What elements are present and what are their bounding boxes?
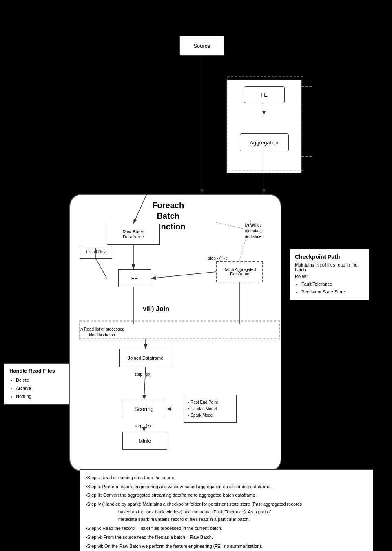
steps-desc-box: •Step i: Read streaming data from the so… bbox=[80, 469, 373, 551]
step-desc-7: •Step vii: On the Raw Batch we perform t… bbox=[86, 542, 367, 550]
checkpoint-title: Checkpoint Path bbox=[295, 253, 364, 260]
joined-box: Joined Dataframe bbox=[119, 349, 172, 367]
raw-batch-label: Raw BatchDataframe bbox=[122, 229, 144, 239]
source-box: Source bbox=[179, 36, 224, 56]
step-iii-label: step - (iii) : bbox=[208, 256, 227, 260]
checkpoint-box: Checkpoint Path Maintains list of files … bbox=[290, 249, 369, 300]
checkpoint-role-1: Fault Tolerance bbox=[301, 280, 364, 288]
model-item1: • Rest End Point bbox=[188, 399, 232, 406]
model-item2: • Pandas Model bbox=[188, 406, 232, 412]
checkpoint-desc: Maintains list of files read in the batc… bbox=[295, 262, 364, 272]
fe-main-label: FE bbox=[131, 276, 138, 282]
source-label: Source bbox=[193, 43, 210, 49]
step-desc-2: •Step ii: Perform feature engineering an… bbox=[86, 483, 367, 491]
writes-label: iv) Writesmetadataand state bbox=[245, 222, 262, 240]
checkpoint-roles-label: Roles: bbox=[295, 274, 364, 279]
step-desc-5: •Step v: Read the record – list of files… bbox=[86, 524, 367, 532]
minio-label: Minio bbox=[138, 438, 151, 444]
minio-box: Minio bbox=[122, 432, 167, 450]
batch-agg-label: Batch AggregatedDataframe bbox=[224, 267, 256, 276]
join-label: viii) Join bbox=[143, 305, 169, 313]
fe-main-box: FE bbox=[118, 269, 151, 287]
step-desc-3: •Step iii: Convert the aggregated stream… bbox=[86, 491, 367, 499]
handle-title: Handle Read Files bbox=[9, 368, 64, 374]
aggregation-label: Aggregation bbox=[250, 140, 278, 146]
raw-batch-box: Raw BatchDataframe bbox=[107, 224, 160, 245]
model-box: • Rest End Point • Pandas Model • Spark … bbox=[184, 395, 237, 423]
handle-list: Delete Archive Nothing bbox=[16, 376, 64, 400]
step-desc-4: •Step iv (Handled by spark): Maintains a… bbox=[86, 500, 367, 523]
list-files-box: List of files bbox=[80, 245, 112, 259]
fe-top-label: FE bbox=[261, 92, 268, 98]
model-item3: • Spark Model bbox=[188, 412, 232, 419]
joined-label: Joined Dataframe bbox=[128, 355, 164, 360]
step-desc-1: •Step i: Read streaming data from the so… bbox=[86, 474, 367, 482]
list-files-label: List of files bbox=[86, 250, 105, 254]
scoring-box: Scoring bbox=[122, 400, 166, 418]
step-desc-6: •Step vi: From the source read the files… bbox=[86, 533, 367, 541]
batch-agg-box: Batch AggregatedDataframe bbox=[216, 261, 263, 282]
read-list-label: v) Read list of processedfiles this batc… bbox=[80, 327, 124, 338]
handle-item-delete: Delete bbox=[16, 376, 64, 384]
fe-box-top: FE bbox=[244, 86, 285, 103]
checkpoint-role-2: Persistent State Store bbox=[301, 288, 364, 296]
aggregation-box: Aggregation bbox=[240, 133, 289, 151]
handle-box: Handle Read Files Delete Archive Nothing bbox=[4, 363, 69, 405]
scoring-label: Scoring bbox=[134, 406, 153, 412]
handle-item-archive: Archive bbox=[16, 384, 64, 393]
checkpoint-roles-list: Fault Tolerance Persistent State Store bbox=[301, 280, 364, 295]
step-ix-label: step - (ix) bbox=[135, 372, 152, 377]
fe-agg-container: FE Aggregation bbox=[226, 80, 302, 173]
handle-item-nothing: Nothing bbox=[16, 393, 64, 401]
step-x-label: step - (x) bbox=[135, 424, 151, 428]
